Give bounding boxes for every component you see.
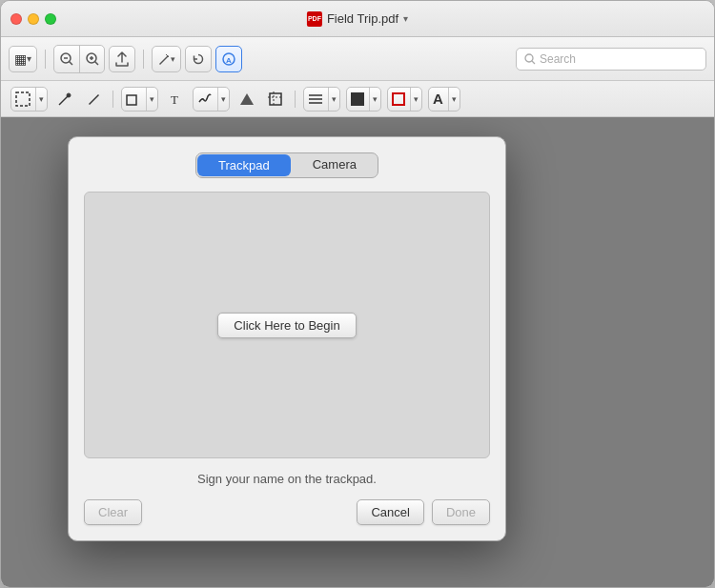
- toolbar2-separator-2: [295, 91, 296, 108]
- redact-button[interactable]: [235, 88, 258, 111]
- window-title: Field Trip.pdf: [327, 11, 398, 26]
- svg-line-11: [532, 61, 535, 64]
- sign-icon: [197, 91, 213, 107]
- cancel-button[interactable]: Cancel: [357, 499, 423, 525]
- toolbar-separator-2: [143, 50, 144, 69]
- tab-camera[interactable]: Camera: [292, 153, 378, 177]
- title-chevron-icon[interactable]: ▾: [403, 13, 408, 24]
- toolbar-primary: ▦ ▾ ▾ A: [1, 37, 714, 81]
- tab-trackpad[interactable]: Trackpad: [197, 154, 291, 176]
- marquee-select-button[interactable]: [11, 88, 34, 111]
- pdf-icon: PDF: [307, 11, 322, 27]
- clear-button[interactable]: Clear: [84, 499, 142, 525]
- lines-chevron-button[interactable]: ▾: [328, 88, 339, 111]
- tab-switcher: Trackpad Camera: [84, 152, 490, 178]
- filled-square-button[interactable]: [347, 88, 368, 111]
- svg-marker-19: [240, 93, 254, 105]
- dialog-buttons: Clear Cancel Done: [84, 499, 490, 525]
- main-content: Trackpad Camera Click Here to Begin Sign…: [1, 117, 714, 587]
- zoom-in-button[interactable]: [79, 46, 104, 72]
- text-tool-button[interactable]: T: [164, 88, 187, 111]
- shapes-group[interactable]: ▾: [121, 87, 158, 112]
- svg-text:A: A: [226, 56, 232, 65]
- zoom-in-icon: [86, 52, 99, 66]
- marquee-chevron-button[interactable]: ▾: [35, 88, 47, 111]
- toolbar-separator: [45, 50, 46, 69]
- lines-button[interactable]: [304, 88, 327, 111]
- sidebar-toggle-button[interactable]: ▦ ▾: [9, 46, 37, 72]
- crop-icon: [268, 91, 283, 107]
- zoom-out-icon: [60, 52, 73, 66]
- tab-group: Trackpad Camera: [195, 152, 378, 178]
- marquee-select-group[interactable]: ▾: [10, 87, 48, 112]
- wand-icon: [57, 91, 72, 107]
- filled-square-chevron-button[interactable]: ▾: [369, 88, 380, 111]
- svg-text:T: T: [171, 92, 178, 107]
- outlined-square-button[interactable]: [388, 88, 409, 111]
- instruction-text: Sign your name on the trackpad.: [84, 472, 490, 486]
- btn-group-right: Cancel Done: [357, 499, 490, 525]
- main-window: PDF Field Trip.pdf ▾ ▦ ▾ ▾: [0, 0, 715, 588]
- rotate-button[interactable]: [185, 46, 212, 72]
- sidebar-chevron-icon: ▾: [27, 53, 31, 64]
- svg-line-2: [70, 61, 73, 65]
- shapes-icon: [126, 91, 141, 107]
- dialog-overlay: Trackpad Camera Click Here to Begin Sign…: [1, 117, 714, 587]
- marquee-icon: [15, 91, 31, 107]
- svg-point-10: [525, 54, 533, 62]
- pen-dropdown-button[interactable]: ▾: [152, 46, 181, 72]
- maximize-button[interactable]: [45, 13, 56, 25]
- shapes-chevron-button[interactable]: ▾: [146, 88, 157, 111]
- redact-icon: [239, 91, 255, 107]
- text-color-chevron-button[interactable]: ▾: [448, 88, 460, 111]
- svg-rect-12: [16, 92, 30, 106]
- annotate-button[interactable]: A: [215, 46, 242, 72]
- share-button[interactable]: [109, 46, 135, 72]
- sign-group[interactable]: ▾: [193, 87, 230, 112]
- search-icon: [524, 53, 536, 65]
- text-color-group[interactable]: A ▾: [428, 87, 460, 112]
- annotate-icon: A: [222, 52, 235, 66]
- svg-rect-20: [270, 93, 281, 105]
- sign-button[interactable]: [194, 88, 216, 111]
- nav-arrows-group: [53, 45, 105, 73]
- wand-button[interactable]: [53, 88, 76, 111]
- lines-group[interactable]: ▾: [303, 87, 340, 112]
- markup-pen-button[interactable]: [82, 88, 105, 111]
- svg-rect-17: [127, 95, 136, 105]
- svg-line-6: [94, 61, 98, 65]
- rotate-icon: [192, 52, 205, 66]
- sign-chevron-button[interactable]: ▾: [217, 88, 229, 111]
- filled-square-icon: [351, 92, 364, 106]
- lines-icon: [308, 91, 323, 107]
- outlined-square-chevron-button[interactable]: ▾: [410, 88, 421, 111]
- outlined-square-group[interactable]: ▾: [387, 87, 422, 112]
- search-placeholder: Search: [540, 52, 576, 66]
- titlebar: PDF Field Trip.pdf ▾: [1, 1, 714, 37]
- text-a-icon: A: [433, 91, 443, 107]
- pen-icon: [157, 52, 171, 66]
- minimize-button[interactable]: [28, 13, 39, 25]
- close-button[interactable]: [10, 13, 22, 25]
- crop-button[interactable]: [264, 88, 287, 111]
- text-tool-icon: T: [168, 91, 183, 107]
- markup-pen-icon: [86, 91, 101, 107]
- text-color-button[interactable]: A: [429, 88, 447, 111]
- toolbar2-separator-1: [112, 91, 113, 108]
- click-here-button[interactable]: Click Here to Begin: [217, 313, 356, 338]
- traffic-lights: [10, 13, 56, 25]
- signature-dialog: Trackpad Camera Click Here to Begin Sign…: [68, 136, 506, 541]
- toolbar-secondary: ▾ ▾ T ▾: [1, 81, 714, 117]
- signature-area[interactable]: Click Here to Begin: [84, 192, 490, 458]
- outlined-square-icon: [392, 92, 405, 106]
- share-icon: [115, 51, 129, 67]
- sidebar-icon: ▦: [14, 51, 27, 67]
- done-button[interactable]: Done: [432, 499, 490, 525]
- pen-chevron-icon: ▾: [171, 54, 175, 64]
- shapes-button[interactable]: [122, 88, 145, 111]
- search-bar[interactable]: Search: [516, 48, 706, 71]
- titlebar-center: PDF Field Trip.pdf ▾: [307, 11, 408, 27]
- zoom-out-button[interactable]: [54, 46, 79, 72]
- filled-square-group[interactable]: ▾: [346, 87, 381, 112]
